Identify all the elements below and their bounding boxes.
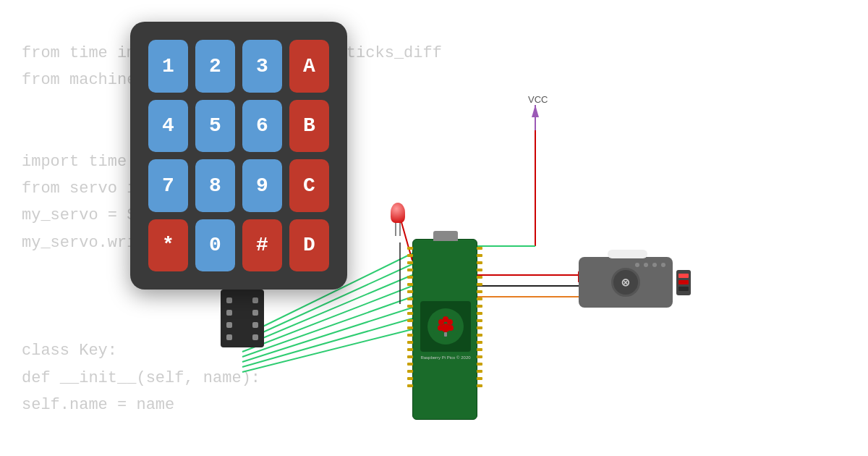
- svg-line-19: [242, 286, 412, 352]
- led-leg-cathode: [399, 223, 401, 236]
- pico-pin: [407, 305, 413, 308]
- svg-line-21: [242, 308, 412, 362]
- keypad-key-2[interactable]: 2: [195, 40, 235, 93]
- keypad-key-9[interactable]: 9: [242, 159, 282, 212]
- keypad: 123A456B789C*0#D: [130, 22, 347, 290]
- pico-pin: [477, 355, 482, 358]
- vcc-label: VCC: [528, 94, 548, 105]
- svg-line-22: [242, 318, 412, 367]
- pico-label: Raspberry Pi Pico © 2020: [417, 355, 475, 361]
- pin: [226, 334, 232, 340]
- connector-pins: [221, 290, 264, 347]
- keypad-key-d[interactable]: D: [289, 219, 329, 272]
- servo-output-shaft: ⊗: [611, 268, 640, 297]
- pico-pin: [477, 377, 482, 380]
- servo-pin-power: [678, 280, 689, 284]
- keypad-key-0[interactable]: 0: [195, 219, 235, 272]
- keypad-key-5[interactable]: 5: [195, 100, 235, 153]
- pico-pin: [477, 341, 482, 344]
- keypad-key-8[interactable]: 8: [195, 159, 235, 212]
- keypad-key-3[interactable]: 3: [242, 40, 282, 93]
- pico-pin: [407, 269, 413, 271]
- pico-right-pins: [477, 247, 482, 387]
- pico-pin: [477, 297, 482, 300]
- keypad-key-c[interactable]: C: [289, 159, 329, 212]
- pico-pin: [407, 334, 413, 337]
- pico-usb-port: [433, 231, 458, 241]
- svg-marker-9: [532, 105, 539, 117]
- svg-rect-7: [444, 332, 447, 337]
- servo-x-mark: ⊗: [622, 274, 630, 290]
- svg-point-3: [443, 316, 448, 322]
- pico-raspberry-logo: [427, 308, 464, 345]
- pin: [226, 322, 232, 328]
- pico-board: Raspberry Pi Pico © 2020: [412, 239, 477, 420]
- pico-pin: [477, 254, 482, 257]
- pico-pin: [407, 326, 413, 329]
- keypad-key-b[interactable]: B: [289, 100, 329, 153]
- pin: [252, 297, 258, 303]
- led: [391, 203, 405, 236]
- keypad-key-star[interactable]: *: [148, 219, 188, 272]
- servo-pin-red: [678, 274, 689, 278]
- svg-line-20: [242, 297, 412, 357]
- pico-pin: [477, 363, 482, 366]
- pico-pin: [407, 319, 413, 322]
- pico-pin: [477, 370, 482, 373]
- servo-horn: [608, 250, 647, 258]
- pin: [252, 334, 258, 340]
- svg-point-5: [438, 325, 443, 331]
- raspberry-pi-pico: Raspberry Pi Pico © 2020: [412, 239, 477, 420]
- pico-pin: [407, 312, 413, 315]
- pico-pin: [407, 247, 413, 250]
- pico-pin: [407, 297, 413, 300]
- pico-pin: [407, 341, 413, 344]
- keypad-key-1[interactable]: 1: [148, 40, 188, 93]
- servo-connector: [676, 270, 691, 295]
- pico-pin: [477, 283, 482, 286]
- pico-pin: [477, 312, 482, 315]
- led-body: [391, 203, 405, 223]
- led-legs: [391, 223, 405, 236]
- pico-pin: [407, 384, 413, 387]
- pico-pin: [407, 283, 413, 286]
- pico-pin: [407, 348, 413, 351]
- pico-pin: [477, 305, 482, 308]
- keypad-key-a[interactable]: A: [289, 40, 329, 93]
- pico-pin: [477, 290, 482, 293]
- pico-pin: [407, 370, 413, 373]
- pico-left-pins: [407, 247, 413, 387]
- pico-pin: [407, 261, 413, 264]
- servo-body: ⊗: [579, 257, 673, 308]
- pico-pin: [477, 384, 482, 387]
- led-leg-anode: [395, 223, 396, 236]
- pin: [252, 310, 258, 316]
- pico-chip: [420, 301, 471, 352]
- pico-pin: [477, 334, 482, 337]
- pico-pin: [407, 363, 413, 366]
- pico-pin: [407, 276, 413, 279]
- pin: [226, 310, 232, 316]
- keypad-key-hash[interactable]: #: [242, 219, 282, 272]
- servo-pin-gnd: [678, 287, 689, 291]
- svg-point-6: [448, 325, 454, 331]
- pico-pin: [477, 319, 482, 322]
- pico-pin: [477, 348, 482, 351]
- servo-motor: ⊗: [579, 257, 691, 308]
- pin: [252, 322, 258, 328]
- keypad-key-7[interactable]: 7: [148, 159, 188, 212]
- pico-pin: [477, 261, 482, 264]
- keypad-key-6[interactable]: 6: [242, 100, 282, 153]
- pico-pin: [407, 355, 413, 358]
- pico-pin: [477, 276, 482, 279]
- keypad-key-4[interactable]: 4: [148, 100, 188, 153]
- pico-pin: [407, 254, 413, 257]
- pin-strip: [221, 290, 264, 347]
- svg-line-23: [242, 329, 412, 372]
- pico-pin: [407, 290, 413, 293]
- pico-pin: [477, 269, 482, 271]
- pin: [226, 297, 232, 303]
- pico-pin: [477, 247, 482, 250]
- pico-pin: [407, 377, 413, 380]
- pico-pin: [477, 326, 482, 329]
